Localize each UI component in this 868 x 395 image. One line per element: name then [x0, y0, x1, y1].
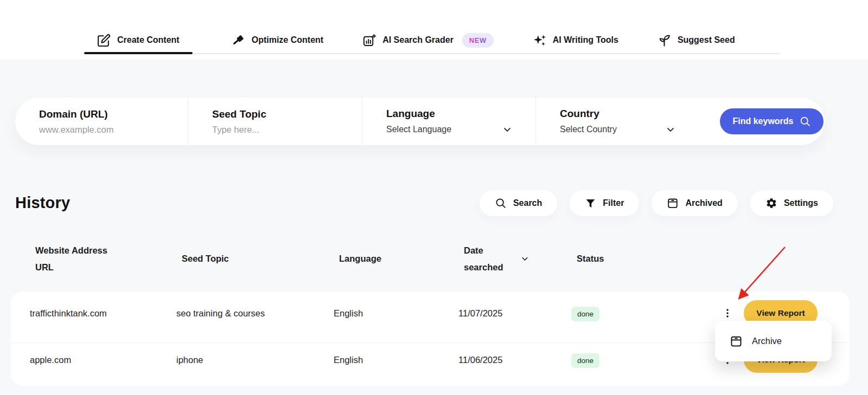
chevron-down-icon [665, 124, 676, 135]
domain-label: Domain (URL) [39, 108, 188, 120]
search-icon [495, 197, 507, 209]
sort-chevron-down-icon [520, 254, 529, 263]
domain-field-group: Domain (URL) [15, 98, 188, 145]
cell-seed-topic: seo training & courses [176, 308, 334, 319]
cell-date: 11/07/2025 [458, 308, 571, 319]
tab-optimize-content[interactable]: Optimize Content [232, 34, 323, 47]
language-label: Language [386, 108, 535, 120]
column-header-language: Language [339, 254, 464, 264]
tab-suggest-seed[interactable]: Suggest Seed [658, 34, 735, 47]
tab-label: Create Content [117, 35, 180, 45]
language-select[interactable]: Select Language [386, 124, 535, 135]
cell-language: English [334, 355, 458, 365]
tab-ai-writing-tools[interactable]: AI Writing Tools [533, 34, 618, 47]
history-actions: Search Filter Archived Settings [480, 190, 833, 216]
language-field-group: Language Select Language [362, 98, 536, 145]
cell-date: 11/06/2025 [458, 355, 571, 365]
seedling-icon [658, 34, 671, 47]
country-select-value: Select Country [560, 125, 617, 134]
archive-icon [730, 335, 743, 348]
tab-label: AI Search Grader [382, 35, 454, 45]
menu-item-archive[interactable]: Archive [730, 335, 782, 348]
new-badge: NEW [462, 33, 494, 48]
find-keywords-label: Find keywords [732, 116, 793, 126]
filter-button-label: Filter [603, 198, 624, 208]
column-header-status: Status [577, 254, 719, 264]
country-field-group: Country Select Country [536, 98, 699, 145]
hammer-icon [232, 34, 245, 47]
cell-url: trafficthinktank.com [30, 308, 176, 319]
kebab-menu-icon [722, 306, 733, 321]
menu-item-label: Archive [752, 336, 782, 346]
cell-url: apple.com [30, 355, 176, 365]
history-table-header: Website Address URL Seed Topic Language … [11, 238, 850, 279]
cell-language: English [334, 308, 458, 319]
archived-button-label: Archived [685, 198, 722, 208]
search-button-label: Search [513, 198, 542, 208]
domain-input[interactable] [39, 125, 164, 135]
row-menu-button[interactable] [722, 305, 733, 321]
archive-icon [667, 197, 679, 209]
row-context-menu: Archive [715, 321, 832, 361]
status-badge: done [571, 353, 599, 368]
tab-bar: Create Content Optimize Content AI Searc… [84, 27, 735, 53]
country-label: Country [560, 108, 699, 120]
filter-icon [585, 198, 596, 209]
tab-label: AI Writing Tools [553, 35, 618, 45]
tab-create-content[interactable]: Create Content [84, 34, 193, 47]
settings-button-label: Settings [784, 198, 818, 208]
chevron-down-icon [502, 124, 513, 135]
column-header-date-searched[interactable]: Date searched [464, 242, 577, 275]
country-select[interactable]: Select Country [560, 124, 699, 135]
seed-topic-field-group: Seed Topic [188, 98, 362, 145]
search-button[interactable]: Search [480, 190, 557, 216]
search-grader-icon [362, 34, 376, 47]
find-keywords-button[interactable]: Find keywords [720, 108, 824, 134]
keyword-search-bar: Domain (URL) Seed Topic Language Select … [15, 98, 825, 145]
archived-button[interactable]: Archived [652, 190, 737, 216]
search-icon [800, 116, 811, 127]
filter-button[interactable]: Filter [570, 190, 639, 216]
settings-button[interactable]: Settings [750, 190, 833, 216]
gear-icon [765, 197, 777, 209]
seed-topic-input[interactable] [212, 125, 337, 135]
status-badge: done [571, 307, 599, 321]
column-header-url: Website Address URL [35, 242, 125, 275]
column-header-seed-topic: Seed Topic [182, 254, 339, 264]
language-select-value: Select Language [386, 125, 451, 134]
sparkles-icon [533, 34, 546, 47]
cell-seed-topic: iphone [176, 355, 334, 365]
edit-icon [97, 34, 111, 47]
seed-topic-label: Seed Topic [212, 108, 362, 120]
tab-label: Optimize Content [252, 35, 323, 45]
history-title: History [15, 194, 70, 212]
tab-ai-search-grader[interactable]: AI Search Grader NEW [362, 33, 494, 48]
tab-label: Suggest Seed [678, 35, 735, 45]
